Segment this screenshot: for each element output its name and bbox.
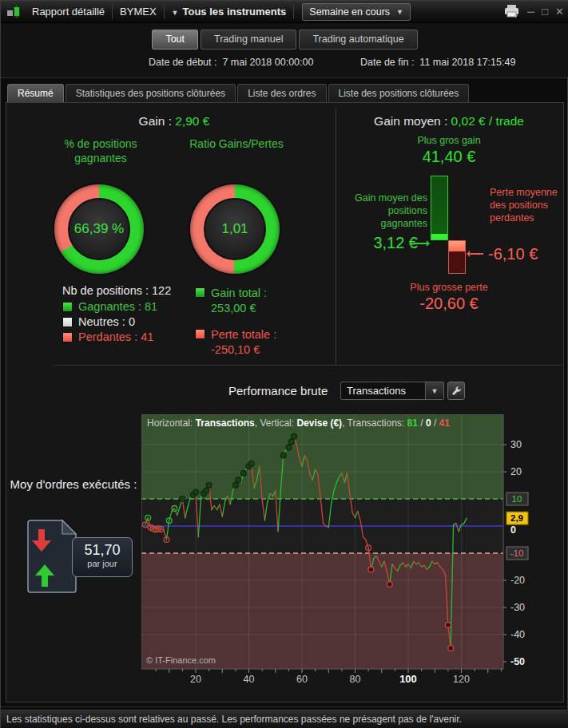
biggest-gain-value: 41,40 € (336, 148, 562, 166)
performance-metric-select[interactable]: Transactions ▼ (340, 382, 444, 400)
resume-panel: Gain : 2,90 € % de positions gagnantes R… (6, 102, 564, 702)
chevron-down-icon: ▼ (172, 9, 179, 17)
minimize-button[interactable]: ─ (527, 6, 534, 17)
avg-win-value: 3,12 € (344, 234, 418, 252)
tab-strip: Résumé Statistiques des positions clôtur… (7, 84, 469, 102)
avg-loss-label: Perte moyenne des positions perdantes (490, 186, 568, 224)
status-bar: Les statistiques ci-dessus sont relative… (1, 710, 568, 728)
candlestick-app-icon (7, 6, 20, 18)
svg-text:-40: -40 (510, 629, 525, 640)
performance-header: Performance brute Transactions ▼ (6, 381, 565, 402)
print-button[interactable] (504, 5, 520, 18)
svg-text:Horizontal: Transactions, Vert: Horizontal: Transactions, Vertical: Devi… (147, 417, 450, 429)
maximize-button[interactable]: □ (542, 6, 548, 17)
svg-text:30: 30 (510, 439, 522, 450)
svg-text:-20: -20 (510, 575, 525, 586)
svg-text:10: 10 (512, 494, 522, 504)
tab-positions-list[interactable]: Liste des positions clôturées (328, 84, 470, 103)
nb-positions: Nb de positions : 122 (62, 284, 171, 297)
legend-neutral: Neutres : 0 (62, 315, 171, 328)
divider (1, 706, 568, 707)
summary-left-panel: Gain : 2,90 € % de positions gagnantes R… (13, 108, 336, 365)
printer-icon (504, 5, 520, 18)
filter-manual-button[interactable]: Trading manuel (201, 30, 296, 49)
title-bar: Rapport détaillé BYMEX ▼Tous les instrum… (1, 1, 568, 23)
chevron-down-icon: ▼ (425, 382, 443, 399)
gain-headline: Gain : 2,90 € (13, 114, 336, 129)
trading-filter-group: Tout Trading manuel Trading automatique (1, 30, 568, 49)
svg-text:© IT-Finance.com: © IT-Finance.com (146, 655, 216, 665)
performance-chart[interactable]: 204060801001203020-20-30-40-5010-102,90©… (141, 414, 558, 692)
wrench-icon (451, 386, 462, 396)
gain-bar (431, 176, 448, 240)
svg-text:120: 120 (453, 674, 470, 685)
avg-orders-widget: 51,70 par jour (26, 518, 145, 598)
report-header: Tout Trading manuel Trading automatique … (1, 23, 568, 78)
filter-auto-button[interactable]: Trading automatique (299, 30, 417, 49)
loss-bar (448, 240, 466, 274)
chevron-down-icon: ▼ (396, 8, 403, 16)
winning-positions-value: 66,39 % (74, 221, 124, 237)
svg-text:-50: -50 (510, 656, 525, 667)
svg-text:100: 100 (399, 673, 417, 685)
positions-legend: Nb de positions : 122 Gagnantes : 81 Neu… (62, 284, 171, 346)
disclaimer-text: Les statistiques ci-dessus sont relative… (6, 714, 462, 725)
winning-positions-donut: 66,39 % (54, 184, 144, 274)
close-button[interactable]: ✕ (555, 6, 564, 17)
gain-total: Gain total : 253,00 € (195, 286, 276, 316)
divider (54, 365, 562, 366)
svg-text:80: 80 (350, 674, 361, 685)
svg-text:0: 0 (510, 524, 516, 536)
avg-orders-unit: par jour (73, 559, 132, 568)
orders-document-icon (26, 518, 78, 595)
left-arrow-icon (469, 253, 483, 255)
svg-text:20: 20 (190, 674, 201, 685)
gain-loss-ratio-value: 1,01 (221, 221, 248, 237)
report-window: Rapport détaillé BYMEX ▼Tous les instrum… (0, 0, 568, 728)
red-swatch-icon (195, 329, 205, 339)
instruments-dropdown[interactable]: ▼Tous les instruments (165, 6, 294, 18)
gain-loss-ratio-title: Ratio Gains/Pertes (173, 136, 300, 151)
svg-text:40: 40 (244, 674, 255, 685)
svg-text:20: 20 (510, 466, 522, 477)
loss-total: Perte totale : -250,10 € (195, 327, 276, 358)
gain-loss-ratio-donut: 1,01 (190, 184, 280, 274)
avg-win-segment (431, 234, 447, 239)
avg-loss-value: -6,10 € (488, 245, 568, 263)
biggest-loss-value: -20,60 € (336, 295, 562, 313)
window-title: Rapport détaillé (25, 6, 112, 18)
exchange-label: BYMEX (113, 6, 164, 18)
legend-winning: Gagnantes : 81 (62, 300, 171, 313)
divider (293, 5, 294, 19)
legend-losing: Perdantes : 41 (62, 330, 171, 343)
red-swatch-icon (62, 332, 73, 342)
biggest-loss-label: Plus grosse perte (336, 282, 562, 293)
filter-all-button[interactable]: Tout (152, 30, 198, 49)
chart-settings-button[interactable] (447, 382, 465, 400)
svg-text:-30: -30 (510, 602, 525, 613)
avg-orders-value: 51,70 (73, 542, 132, 559)
avg-loss-segment (449, 241, 465, 251)
summary-right-panel: Gain moyen : 0,02 € / trade Plus gros ga… (336, 108, 562, 365)
green-swatch-icon (62, 302, 73, 312)
tab-resume[interactable]: Résumé (7, 84, 64, 103)
svg-text:2,9: 2,9 (510, 513, 523, 523)
performance-label: Performance brute (228, 384, 328, 398)
totals-legend: Gain total : 253,00 € Perte totale : -25… (195, 286, 276, 369)
avg-orders-label: Moy d'ordres exécutés : (10, 477, 137, 493)
svg-text:60: 60 (296, 674, 308, 685)
tab-stats-positions[interactable]: Statistiques des positions clôturées (66, 84, 236, 103)
avg-win-label: Gain moyen des positions gagnantes (341, 192, 427, 230)
biggest-gain-label: Plus gros gain (336, 135, 562, 146)
tab-orders-list[interactable]: Liste des ordres (237, 84, 326, 103)
date-end: Date de fin : 11 mai 2018 17:15:49 (360, 57, 515, 68)
white-swatch-icon (62, 317, 73, 327)
winning-positions-title: % de positions gagnantes (37, 136, 165, 165)
svg-text:-10: -10 (510, 548, 524, 558)
avg-gain-headline: Gain moyen : 0,02 € / trade (336, 114, 562, 129)
green-swatch-icon (195, 287, 205, 298)
avg-orders-badge: 51,70 par jour (72, 537, 133, 577)
date-start: Date de début : 7 mai 2018 00:00:00 (149, 57, 313, 68)
period-select[interactable]: Semaine en cours ▼ (302, 3, 411, 21)
